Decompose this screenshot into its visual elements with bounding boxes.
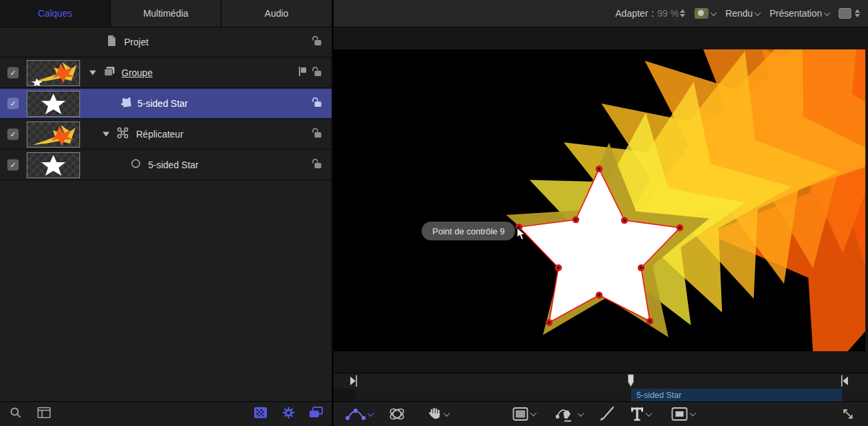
mini-timeline-ruler[interactable] xyxy=(334,373,868,389)
tab-calques-label: Calques xyxy=(38,8,72,19)
viewer-pane: Adapter : 99 % Rendu Présentation xyxy=(334,0,868,426)
replicated-stars-graphic[interactable] xyxy=(334,49,865,351)
layers-stack-icon[interactable] xyxy=(309,407,324,421)
chevron-down-icon xyxy=(530,410,537,417)
transform-3d-tool[interactable] xyxy=(388,405,406,423)
mask-tool[interactable] xyxy=(671,407,695,421)
group-icon xyxy=(103,66,115,79)
rectangle-tool[interactable] xyxy=(512,407,536,421)
replicator-cell-icon xyxy=(131,159,141,172)
zoom-value: 99 % xyxy=(657,8,679,19)
gear-icon[interactable] xyxy=(282,407,295,422)
layer-thumbnail[interactable] xyxy=(27,60,80,86)
chevron-down-icon xyxy=(368,410,374,417)
chevron-down-icon xyxy=(646,410,653,417)
shape-icon xyxy=(119,96,133,111)
expand-timing-icon[interactable] xyxy=(841,407,855,421)
text-tool[interactable] xyxy=(630,407,651,421)
out-point-marker[interactable] xyxy=(840,375,849,389)
render-label: Rendu xyxy=(725,8,753,19)
layer-label-project: Projet xyxy=(124,37,149,47)
channels-popup[interactable] xyxy=(695,8,716,19)
tab-calques[interactable]: Calques xyxy=(0,0,111,27)
visibility-checkbox[interactable]: ✓ xyxy=(7,160,19,171)
render-popup[interactable]: Rendu xyxy=(725,8,760,19)
canvas-toolbar xyxy=(334,401,868,426)
layer-row-groupe[interactable]: ✓ Groupe xyxy=(0,58,332,88)
layer-row-project[interactable]: Projet xyxy=(0,27,332,57)
lock-icon[interactable] xyxy=(311,159,322,172)
panel-tabbar: Calques Multimédia Audio xyxy=(0,0,332,27)
lock-icon[interactable] xyxy=(311,67,322,79)
chevron-down-icon xyxy=(755,9,761,16)
in-point-marker[interactable] xyxy=(350,375,358,389)
visibility-checkbox[interactable]: ✓ xyxy=(7,98,19,110)
layer-thumbnail[interactable] xyxy=(27,91,80,117)
lock-icon[interactable] xyxy=(311,128,322,141)
project-canvas[interactable]: Point de contrôle 9 xyxy=(334,49,865,351)
channels-swatch-icon xyxy=(695,8,709,19)
lock-icon[interactable] xyxy=(311,97,322,110)
window-layout-control[interactable] xyxy=(839,8,860,19)
zoom-level-control[interactable]: Adapter : 99 % xyxy=(615,8,685,19)
timeline-clip-label: 5-sided Star xyxy=(636,391,681,400)
layer-row-star-shape[interactable]: ✓ 5-sided Star xyxy=(0,89,332,119)
view-label: Présentation xyxy=(769,8,822,19)
motion-window: Calques Multimédia Audio Projet ✓ xyxy=(0,0,868,426)
layers-panel: Calques Multimédia Audio Projet ✓ xyxy=(0,0,332,426)
chevron-down-icon xyxy=(578,410,584,417)
tab-audio[interactable]: Audio xyxy=(222,0,332,27)
bezier-pen-tool[interactable] xyxy=(556,406,583,422)
layout-stepper-icon xyxy=(855,9,860,17)
visibility-checkbox[interactable]: ✓ xyxy=(7,129,19,140)
flag-icon[interactable] xyxy=(298,66,308,79)
layer-thumbnail[interactable] xyxy=(27,122,80,148)
replicator-icon xyxy=(117,127,129,142)
paint-stroke-tool[interactable] xyxy=(598,405,615,423)
tab-audio-label: Audio xyxy=(265,8,289,19)
control-point-tooltip: Point de contrôle 9 xyxy=(422,222,515,240)
document-icon xyxy=(107,35,117,49)
layer-label-star-shape: 5-sided Star xyxy=(137,98,187,109)
canvas-pane: Point de contrôle 9 xyxy=(334,27,868,373)
layer-label-groupe: Groupe xyxy=(121,67,153,78)
disclosure-triangle[interactable] xyxy=(103,132,109,137)
layer-label-replicateur: Réplicateur xyxy=(136,129,183,140)
chevron-down-icon xyxy=(824,9,831,16)
view-popup[interactable]: Présentation xyxy=(769,8,829,19)
search-icon[interactable] xyxy=(9,407,22,422)
checkerboard-toggle-icon[interactable] xyxy=(254,407,267,421)
window-layout-icon xyxy=(839,8,851,19)
timeline-clip-bar[interactable]: 5-sided Star xyxy=(631,389,842,401)
chevron-down-icon xyxy=(711,9,717,16)
edit-points-tool[interactable] xyxy=(346,407,373,421)
lock-icon[interactable] xyxy=(311,36,322,49)
zoom-stepper-icon[interactable] xyxy=(680,9,685,17)
layer-row-replicateur[interactable]: ✓ Réplicateur xyxy=(0,120,332,150)
mouse-cursor-icon xyxy=(516,227,526,244)
chevron-down-icon xyxy=(690,410,697,417)
layers-panel-footer xyxy=(0,401,332,426)
hand-tool[interactable] xyxy=(427,406,449,422)
layout-columns-icon[interactable] xyxy=(37,407,51,421)
disclosure-triangle[interactable] xyxy=(89,71,96,75)
layer-thumbnail[interactable] xyxy=(27,152,80,178)
chevron-down-icon xyxy=(444,410,450,417)
zoom-separator: : xyxy=(651,8,654,19)
track-leading-gap xyxy=(334,389,356,401)
mini-timeline-track[interactable]: 5-sided Star xyxy=(334,389,868,401)
layer-row-star-cell[interactable]: ✓ 5-sided Star xyxy=(0,150,332,180)
tab-multimedia-label: Multimédia xyxy=(143,8,189,19)
zoom-fit-label: Adapter xyxy=(615,8,648,19)
visibility-checkbox[interactable]: ✓ xyxy=(7,67,19,79)
viewer-toolbar: Adapter : 99 % Rendu Présentation xyxy=(334,0,868,27)
layer-label-star-cell: 5-sided Star xyxy=(148,160,198,170)
control-point-tooltip-label: Point de contrôle 9 xyxy=(432,226,504,236)
tab-multimedia[interactable]: Multimédia xyxy=(111,0,222,27)
